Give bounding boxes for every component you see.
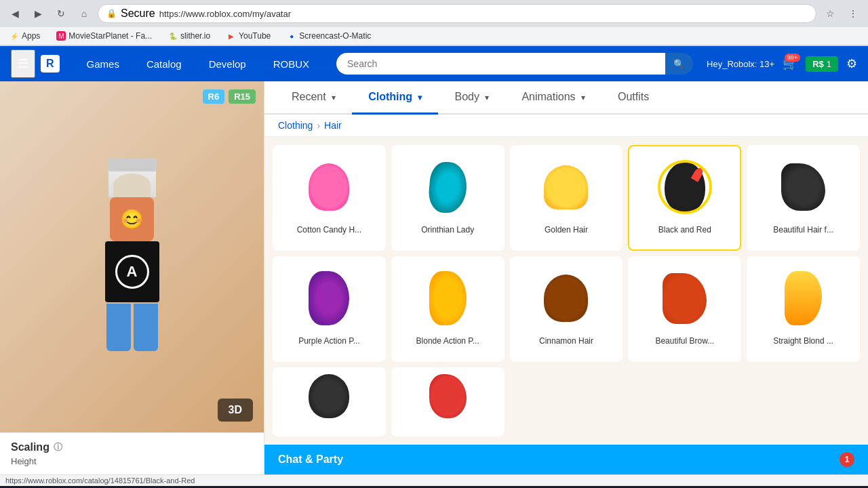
forward-button[interactable]: ▶ bbox=[28, 4, 47, 23]
bookmark-moviestar[interactable]: M MovieStarPlanet - Fa... bbox=[52, 30, 156, 42]
bookmark-apps-label: Apps bbox=[22, 31, 40, 41]
item-label-blonde: Blonde Action P... bbox=[399, 336, 496, 346]
item-label-cotton: Cotton Candy H... bbox=[281, 225, 378, 235]
item-card-blonde[interactable]: Blonde Action P... bbox=[391, 256, 505, 362]
item-card-blackred[interactable]: Black and Red bbox=[628, 145, 741, 251]
animations-arrow: ▾ bbox=[581, 93, 585, 102]
bookmark-screencast[interactable]: ● Screencast-O-Matic bbox=[283, 30, 375, 42]
nav-catalog[interactable]: Catalog bbox=[133, 46, 195, 81]
youtube-icon: ▶ bbox=[226, 31, 236, 41]
robux-button[interactable]: R$ 1 bbox=[806, 56, 838, 72]
item-card-orinthian[interactable]: Orinthian Lady bbox=[391, 145, 505, 251]
breadcrumb-hair[interactable]: Hair bbox=[324, 120, 342, 131]
browser-menu-button[interactable]: ⋮ bbox=[844, 4, 863, 23]
nav-right: Hey_Robolx: 13+ 🛒 99+ R$ 1 ⚙ bbox=[707, 56, 857, 72]
lock-icon: 🔒 bbox=[106, 9, 117, 18]
bookmark-youtube[interactable]: ▶ YouTube bbox=[222, 30, 275, 42]
tab-outfits[interactable]: Outfits bbox=[601, 81, 665, 115]
settings-button[interactable]: ⚙ bbox=[846, 56, 857, 71]
item-label-purple: Purple Action P... bbox=[281, 336, 378, 346]
url-text: https://www.roblox.com/my/avatar bbox=[159, 9, 291, 19]
item-img-cotton bbox=[281, 153, 378, 221]
item-card-cotton[interactable]: Cotton Candy H... bbox=[273, 145, 386, 251]
status-url-text: https://www.roblox.com/catalog/14815761/… bbox=[5, 476, 195, 485]
item-label-beautiful-dark: Beautiful Hair f... bbox=[755, 225, 852, 235]
r15-badge[interactable]: R15 bbox=[229, 89, 256, 104]
avatar-panel: R6 R15 😊 A bbox=[0, 81, 264, 474]
item-img-brow bbox=[636, 264, 733, 332]
avatar-head-hat bbox=[108, 163, 156, 197]
search-bar: 🔍 bbox=[336, 53, 693, 75]
nav-robux[interactable]: ROBUX bbox=[260, 46, 323, 81]
item-card-partial1[interactable] bbox=[273, 367, 386, 436]
item-img-partial2 bbox=[399, 375, 496, 416]
robux-count: 1 bbox=[827, 59, 831, 69]
hair-orinthian-shape bbox=[427, 162, 469, 213]
bookmark-slither[interactable]: 🐍 slither.io bbox=[164, 30, 214, 42]
robux-icon: R$ bbox=[812, 59, 824, 69]
right-panel: Recent ▾ Clothing ▾ Body ▾ Animations ▾ … bbox=[264, 81, 868, 474]
item-card-beautiful-dark[interactable]: Beautiful Hair f... bbox=[747, 145, 860, 251]
item-img-partial1 bbox=[281, 375, 378, 416]
3d-button[interactable]: 3D bbox=[218, 399, 253, 422]
item-img-blonde bbox=[399, 264, 496, 332]
item-card-brow[interactable]: Beautiful Brow... bbox=[628, 256, 741, 362]
r6-badge[interactable]: R6 bbox=[203, 89, 225, 104]
notification-button[interactable]: 🛒 99+ bbox=[783, 56, 797, 71]
roblox-navbar: ☰ R Games Catalog Develop ROBUX 🔍 Hey_Ro… bbox=[0, 46, 868, 81]
bookmark-moviestar-label: MovieStarPlanet - Fa... bbox=[68, 31, 152, 41]
item-card-straight[interactable]: Straight Blond ... bbox=[747, 256, 860, 362]
hair-cinnamon-shape bbox=[544, 274, 588, 322]
item-img-golden bbox=[518, 153, 615, 221]
hamburger-menu[interactable]: ☰ bbox=[11, 49, 35, 78]
chat-notification-badge: 1 bbox=[840, 452, 854, 467]
breadcrumb-clothing[interactable]: Clothing bbox=[278, 120, 313, 131]
tab-clothing[interactable]: Clothing ▾ bbox=[352, 81, 438, 115]
hair-blonde-shape bbox=[429, 271, 467, 325]
home-button[interactable]: ⌂ bbox=[75, 4, 94, 23]
hair-straight-shape bbox=[785, 271, 822, 325]
search-input[interactable] bbox=[336, 53, 665, 75]
chat-party-label[interactable]: Chat & Party bbox=[278, 453, 343, 466]
hat-top bbox=[113, 174, 151, 197]
item-card-golden[interactable]: Golden Hair bbox=[510, 145, 623, 251]
avatar-logo: A bbox=[115, 255, 149, 289]
item-label-straight: Straight Blond ... bbox=[755, 336, 852, 346]
refresh-button[interactable]: ↻ bbox=[52, 4, 71, 23]
items-grid: Cotton Candy H... Orinthian Lady Golden … bbox=[264, 137, 868, 445]
nav-develop[interactable]: Develop bbox=[195, 46, 260, 81]
nav-games[interactable]: Games bbox=[73, 46, 133, 81]
body-arrow: ▾ bbox=[485, 93, 489, 102]
bookmark-apps[interactable]: ⚡ Apps bbox=[5, 30, 44, 42]
address-bar[interactable]: 🔒 Secure https://www.roblox.com/my/avata… bbox=[98, 4, 816, 23]
screencast-icon: ● bbox=[287, 31, 296, 41]
bookmark-slither-label: slither.io bbox=[180, 31, 210, 41]
hair-beautiful-dark-shape bbox=[781, 163, 825, 211]
item-label-blackred: Black and Red bbox=[636, 225, 733, 235]
item-card-partial2[interactable] bbox=[391, 367, 505, 436]
avatar-body: A bbox=[105, 241, 159, 302]
browser-top-bar: ◀ ▶ ↻ ⌂ 🔒 Secure https://www.roblox.com/… bbox=[0, 0, 868, 27]
bookmark-youtube-label: YouTube bbox=[239, 31, 271, 41]
chat-party-bar[interactable]: Chat & Party 1 bbox=[264, 445, 868, 474]
breadcrumb-separator: › bbox=[317, 120, 320, 131]
hair-golden-shape bbox=[544, 165, 588, 209]
back-button[interactable]: ◀ bbox=[5, 4, 24, 23]
roblox-logo[interactable]: R bbox=[41, 55, 60, 73]
bookmarks-bar: ⚡ Apps M MovieStarPlanet - Fa... 🐍 slith… bbox=[0, 27, 868, 45]
tab-recent[interactable]: Recent ▾ bbox=[275, 81, 352, 115]
avatar-character: 😊 A bbox=[105, 163, 159, 351]
search-button[interactable]: 🔍 bbox=[665, 53, 693, 75]
bookmark-star-button[interactable]: ☆ bbox=[821, 4, 840, 23]
tab-animations[interactable]: Animations ▾ bbox=[505, 81, 601, 115]
scaling-section: Scaling ⓘ Height bbox=[0, 432, 264, 474]
recent-arrow: ▾ bbox=[332, 93, 336, 102]
avatar-leg-left bbox=[106, 304, 131, 351]
main-content: R6 R15 😊 A bbox=[0, 81, 868, 474]
item-label-orinthian: Orinthian Lady bbox=[399, 225, 496, 235]
avatar-preview: R6 R15 😊 A bbox=[0, 81, 264, 432]
item-card-purple[interactable]: Purple Action P... bbox=[273, 256, 386, 362]
hair-brow-shape bbox=[663, 273, 707, 324]
tab-body[interactable]: Body ▾ bbox=[438, 81, 505, 115]
item-card-cinnamon[interactable]: Cinnamon Hair bbox=[510, 256, 623, 362]
